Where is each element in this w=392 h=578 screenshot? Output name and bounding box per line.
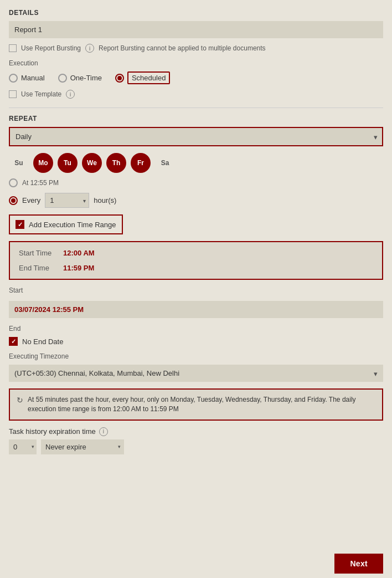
repeat-section: REPEAT Daily ▾ Su Mo Tu We Th Fr Sa At 1… (9, 115, 383, 280)
end-section: End ✓ No End Date (9, 325, 383, 346)
manual-radio[interactable] (9, 74, 18, 83)
at-time-label: At 12:55 PM (22, 179, 59, 187)
use-template-checkbox[interactable] (9, 90, 17, 98)
days-row: Su Mo Tu We Th Fr Sa (9, 153, 383, 173)
execution-scheduled[interactable]: Scheduled (115, 71, 170, 84)
at-time-row: At 12:55 PM (9, 178, 383, 187)
day-fr[interactable]: Fr (131, 153, 151, 173)
one-time-label: One-Time (70, 74, 102, 82)
execution-manual[interactable]: Manual (9, 74, 45, 83)
timezone-label: Executing Timezone (9, 352, 383, 360)
expiry-type-select[interactable]: Never expire Days Weeks Months (41, 439, 124, 454)
day-th[interactable]: Th (106, 153, 126, 173)
report-name-input[interactable] (9, 21, 383, 38)
end-time-row: End Time 11:59 PM (19, 264, 373, 272)
no-end-date-label: No End Date (22, 337, 63, 346)
end-label: End (9, 325, 383, 333)
schedule-summary-box: ↻ At 55 minutes past the hour, every hou… (9, 388, 383, 421)
every-select[interactable]: 1 2 3 4 6 8 12 (45, 193, 89, 208)
scheduled-label: Scheduled (132, 74, 166, 82)
bottom-bar: Next (0, 549, 392, 578)
expiry-row: 0 1 7 30 ▾ Never expire Days Weeks Month… (9, 439, 383, 454)
start-time-row: Start Time 12:00 AM (19, 249, 373, 257)
report-bursting-label: Use Report Bursting (21, 44, 81, 52)
summary-text: At 55 minutes past the hour, every hour,… (28, 395, 375, 414)
day-sa[interactable]: Sa (155, 153, 175, 173)
add-execution-checkbox[interactable]: ✓ (16, 220, 24, 229)
use-template-row: Use Template i (9, 90, 383, 99)
execution-radio-group: Manual One-Time Scheduled (9, 71, 383, 84)
start-section: Start (9, 287, 383, 318)
start-time-value[interactable]: 12:00 AM (63, 249, 95, 257)
report-bursting-info-icon[interactable]: i (85, 44, 94, 53)
every-radio[interactable] (9, 196, 18, 205)
day-tu[interactable]: Tu (58, 153, 78, 173)
report-bursting-notice: Report Bursting cannot be applied to mul… (99, 44, 266, 52)
scheduled-radio[interactable] (115, 74, 124, 83)
end-time-label: End Time (19, 264, 63, 272)
scheduled-radio-dot (117, 76, 122, 80)
task-history-label-row: Task history expiration time i (9, 427, 383, 436)
refresh-icon: ↻ (17, 396, 23, 405)
main-page: DETAILS Use Report Bursting i Report Bur… (0, 0, 392, 578)
execution-one-time[interactable]: One-Time (58, 74, 102, 83)
expiry-type-wrapper: Never expire Days Weeks Months ▾ (41, 439, 124, 454)
day-su[interactable]: Su (9, 153, 29, 173)
details-section: DETAILS Use Report Bursting i Report Bur… (9, 9, 383, 99)
use-template-info-icon[interactable]: i (66, 90, 75, 99)
checkmark-icon: ✓ (18, 221, 23, 228)
add-execution-label: Add Execution Time Range (29, 221, 116, 229)
every-radio-dot (11, 198, 16, 203)
start-date-input[interactable] (9, 301, 383, 318)
end-time-value[interactable]: 11:59 PM (63, 264, 94, 272)
repeat-title: REPEAT (9, 115, 383, 122)
timezone-select[interactable]: (UTC+05:30) Chennai, Kolkata, Mumbai, Ne… (9, 365, 383, 382)
every-select-wrapper: 1 2 3 4 6 8 12 ▾ (45, 193, 89, 208)
repeat-select-wrapper: Daily ▾ (9, 127, 383, 146)
timezone-section: Executing Timezone (UTC+05:30) Chennai, … (9, 352, 383, 382)
expiry-number-wrapper: 0 1 7 30 ▾ (9, 439, 37, 454)
next-button[interactable]: Next (334, 554, 383, 574)
expiry-number-select[interactable]: 0 1 7 30 (9, 439, 37, 454)
start-label: Start (9, 287, 383, 294)
execution-label: Execution (9, 59, 383, 67)
timezone-select-wrapper: (UTC+05:30) Chennai, Kolkata, Mumbai, Ne… (9, 365, 383, 382)
no-end-date-row: ✓ No End Date (9, 337, 383, 346)
day-we[interactable]: We (82, 153, 102, 173)
repeat-select[interactable]: Daily (9, 127, 383, 146)
no-end-date-checkbox[interactable]: ✓ (9, 337, 18, 346)
one-time-radio[interactable] (58, 74, 67, 83)
report-bursting-row: Use Report Bursting i Report Bursting ca… (9, 44, 383, 53)
every-unit: hour(s) (94, 196, 116, 204)
details-title: DETAILS (9, 9, 383, 17)
day-mo[interactable]: Mo (33, 153, 53, 173)
no-end-checkmark-icon: ✓ (11, 338, 16, 345)
scheduled-box: Scheduled (127, 71, 170, 84)
every-row: Every 1 2 3 4 6 8 12 ▾ hour(s) (9, 193, 383, 208)
use-template-label: Use Template (21, 90, 61, 98)
time-range-box: Start Time 12:00 AM End Time 11:59 PM (9, 241, 383, 280)
task-history-label: Task history expiration time (9, 427, 96, 436)
add-execution-row[interactable]: ✓ Add Execution Time Range (9, 214, 123, 234)
divider-1 (9, 108, 383, 108)
manual-label: Manual (21, 74, 45, 82)
task-history-section: Task history expiration time i 0 1 7 30 … (9, 427, 383, 454)
task-history-info-icon[interactable]: i (99, 427, 108, 436)
every-label: Every (22, 196, 40, 204)
report-bursting-checkbox[interactable] (9, 44, 17, 52)
start-time-label: Start Time (19, 249, 63, 257)
at-time-radio[interactable] (9, 178, 18, 187)
